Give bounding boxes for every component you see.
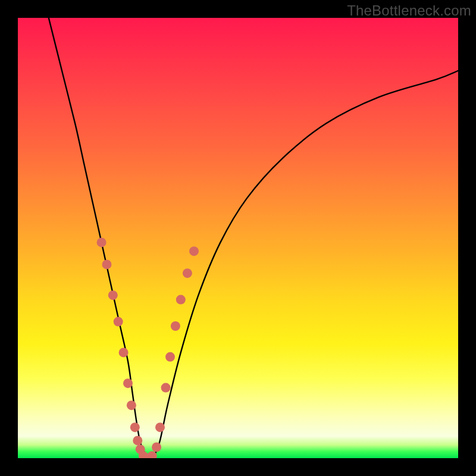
highlight-dot bbox=[127, 400, 136, 410]
highlight-dot bbox=[108, 290, 118, 300]
highlight-dot bbox=[102, 259, 112, 269]
highlight-dot bbox=[189, 246, 199, 256]
highlight-dot bbox=[114, 317, 123, 327]
chart-frame: TheBottleneck.com bbox=[0, 0, 476, 476]
highlight-dot bbox=[176, 295, 186, 305]
highlight-dot bbox=[161, 383, 171, 393]
highlight-dot bbox=[123, 378, 133, 388]
highlight-dot bbox=[119, 347, 129, 357]
highlight-dot bbox=[165, 352, 175, 362]
highlight-dots bbox=[97, 237, 199, 458]
highlight-dot bbox=[155, 422, 165, 432]
highlight-dot bbox=[97, 237, 107, 247]
highlight-dot bbox=[171, 321, 180, 331]
bottleneck-curve bbox=[49, 18, 458, 458]
highlight-dot bbox=[183, 268, 192, 278]
curve-svg bbox=[18, 18, 458, 458]
plot-area bbox=[18, 18, 458, 458]
highlight-dot bbox=[133, 436, 142, 445]
watermark-text: TheBottleneck.com bbox=[347, 2, 471, 19]
highlight-dot bbox=[130, 422, 140, 432]
highlight-dot bbox=[152, 443, 161, 452]
